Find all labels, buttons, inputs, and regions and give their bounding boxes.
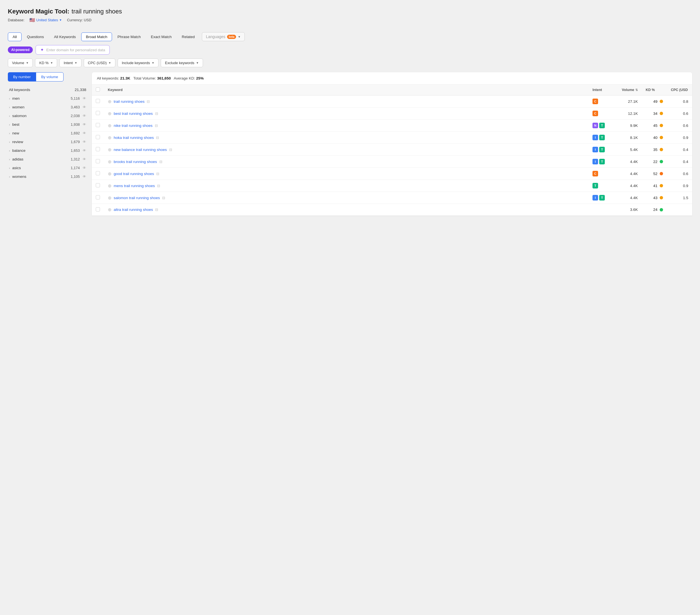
row-checkbox[interactable] xyxy=(96,123,100,127)
tab-broad-match[interactable]: Broad Match xyxy=(81,33,112,41)
sidebar-item[interactable]: › men 5,116 👁 xyxy=(8,94,87,103)
tab-related[interactable]: Related xyxy=(177,33,200,41)
serp-icon: ⊟ xyxy=(156,136,159,140)
row-checkbox[interactable] xyxy=(96,171,100,175)
intent-badge: T xyxy=(599,159,605,164)
row-checkbox[interactable] xyxy=(96,159,100,163)
filter-exclude[interactable]: Exclude keywords ▼ xyxy=(161,59,203,67)
keyword-link[interactable]: ⊕brooks trail running shoes⊟ xyxy=(108,159,585,164)
sidebar-item[interactable]: › best 1,938 👁 xyxy=(8,120,87,129)
intent-badge: C xyxy=(592,171,598,176)
sort-by-volume-button[interactable]: By volume xyxy=(36,72,64,82)
eye-icon[interactable]: 👁 xyxy=(83,122,86,126)
table-area: All keywords: 21.3K Total Volume: 361,65… xyxy=(92,72,692,216)
total-vol-value: 361,650 xyxy=(157,76,171,81)
sidebar-item-count: 2,038 xyxy=(71,114,80,118)
tab-all[interactable]: All xyxy=(8,33,22,41)
sidebar-item[interactable]: › new 1,692 👁 xyxy=(8,129,87,137)
row-checkbox[interactable] xyxy=(96,111,100,115)
keyword-link[interactable]: ⊕best trail running shoes⊟ xyxy=(108,111,585,116)
intent-badge: T xyxy=(599,147,605,152)
domain-input-wrap[interactable]: ✦ Enter domain for personalized data xyxy=(36,45,110,54)
keyword-link[interactable]: ⊕hoka trail running shoes⊟ xyxy=(108,135,585,140)
select-all-checkbox[interactable] xyxy=(96,87,100,91)
kd-dot xyxy=(660,100,663,103)
keyword-cell: ⊕trail running shoes⊟ xyxy=(104,96,589,108)
all-kw-label: All keywords: xyxy=(97,76,120,81)
filter-volume[interactable]: Volume ▼ xyxy=(8,59,33,67)
kd-cell: 43 xyxy=(642,192,667,204)
sidebar-item[interactable]: › adidas 1,312 👁 xyxy=(8,155,87,163)
row-checkbox[interactable] xyxy=(96,195,100,199)
tab-languages[interactable]: Languages beta ▼ xyxy=(202,32,245,41)
kd-cell: 22 xyxy=(642,156,667,168)
row-checkbox[interactable] xyxy=(96,207,100,211)
table-row: ⊕nike trail running shoes⊟NT9.9K450.6 xyxy=(92,120,692,132)
row-checkbox[interactable] xyxy=(96,183,100,187)
all-kw-value: 21.3K xyxy=(120,76,130,81)
eye-icon[interactable]: 👁 xyxy=(83,131,86,135)
database-label: Database: xyxy=(8,18,24,22)
row-checkbox[interactable] xyxy=(96,99,100,103)
filter-cpc[interactable]: CPC (USD) ▼ xyxy=(84,59,115,67)
eye-icon[interactable]: 👁 xyxy=(83,114,86,118)
volume-chevron-icon: ▼ xyxy=(26,61,28,64)
sidebar-item[interactable]: › salomon 2,038 👁 xyxy=(8,111,87,120)
th-volume[interactable]: Volume ⇅ xyxy=(614,85,642,96)
filter-intent[interactable]: Intent ▼ xyxy=(59,59,81,67)
keyword-cell: ⊕nike trail running shoes⊟ xyxy=(104,120,589,132)
tab-questions[interactable]: Questions xyxy=(22,33,49,41)
keyword-link[interactable]: ⊕trail running shoes⊟ xyxy=(108,99,585,104)
add-keyword-icon: ⊕ xyxy=(108,147,111,152)
intent-cell: IT xyxy=(589,144,614,156)
tabs-section: All Questions All Keywords Broad Match P… xyxy=(8,28,692,67)
keyword-link[interactable]: ⊕nike trail running shoes⊟ xyxy=(108,123,585,128)
tab-all-keywords[interactable]: All Keywords xyxy=(49,33,80,41)
intent-cell: T xyxy=(589,180,614,192)
sidebar-item[interactable]: › review 1,679 👁 xyxy=(8,137,87,146)
main-content: By number By volume All keywords 21,338 … xyxy=(8,72,692,216)
keyword-link[interactable]: ⊕salomon trail running shoes⊟ xyxy=(108,195,585,200)
filter-include[interactable]: Include keywords ▼ xyxy=(117,59,159,67)
th-keyword: Keyword xyxy=(104,85,589,96)
eye-icon[interactable]: 👁 xyxy=(83,96,86,100)
tab-exact-match[interactable]: Exact Match xyxy=(146,33,176,41)
row-checkbox[interactable] xyxy=(96,147,100,151)
tabs-row: All Questions All Keywords Broad Match P… xyxy=(8,32,692,41)
row-checkbox-cell xyxy=(92,108,104,120)
sidebar-item-label: new xyxy=(12,131,71,135)
serp-icon: ⊟ xyxy=(147,99,150,103)
table-row: ⊕good trail running shoes⊟C4.4K520.6 xyxy=(92,168,692,180)
intent-badge: T xyxy=(599,123,605,128)
eye-icon[interactable]: 👁 xyxy=(83,140,86,144)
intent-cell: C xyxy=(589,96,614,108)
sidebar-item[interactable]: › womens 1,105 👁 xyxy=(8,172,87,181)
eye-icon[interactable]: 👁 xyxy=(83,105,86,109)
eye-icon[interactable]: 👁 xyxy=(83,157,86,161)
intent-cell: C xyxy=(589,168,614,180)
query-title: trail running shoes xyxy=(72,8,122,15)
keyword-cell: ⊕altra trail running shoes⊟ xyxy=(104,204,589,216)
kd-value: 49 xyxy=(653,99,658,103)
keyword-link[interactable]: ⊕altra trail running shoes⊟ xyxy=(108,207,585,212)
sidebar-item[interactable]: › women 3,463 👁 xyxy=(8,103,87,111)
volume-cell: 4.4K xyxy=(614,192,642,204)
keyword-link[interactable]: ⊕good trail running shoes⊟ xyxy=(108,171,585,176)
sidebar-item-chevron-icon: › xyxy=(9,167,10,170)
eye-icon[interactable]: 👁 xyxy=(83,174,86,179)
eye-icon[interactable]: 👁 xyxy=(83,166,86,170)
serp-icon: ⊟ xyxy=(162,196,165,200)
sort-by-number-button[interactable]: By number xyxy=(8,72,36,82)
volume-cell: 4.4K xyxy=(614,180,642,192)
database-link[interactable]: 🇺🇸 United States ▼ xyxy=(29,17,62,23)
row-checkbox[interactable] xyxy=(96,135,100,139)
tab-phrase-match[interactable]: Phrase Match xyxy=(113,33,145,41)
sidebar-item[interactable]: › balance 1,653 👁 xyxy=(8,146,87,155)
eye-icon[interactable]: 👁 xyxy=(83,148,86,152)
keyword-link[interactable]: ⊕mens trail running shoes⊟ xyxy=(108,183,585,188)
intent-badge: N xyxy=(592,123,598,128)
filter-kd[interactable]: KD % ▼ xyxy=(35,59,57,67)
sidebar-item[interactable]: › asics 1,174 👁 xyxy=(8,163,87,172)
table-row: ⊕hoka trail running shoes⊟IT8.1K400.9 xyxy=(92,132,692,144)
keyword-link[interactable]: ⊕new balance trail running shoes⊟ xyxy=(108,147,585,152)
